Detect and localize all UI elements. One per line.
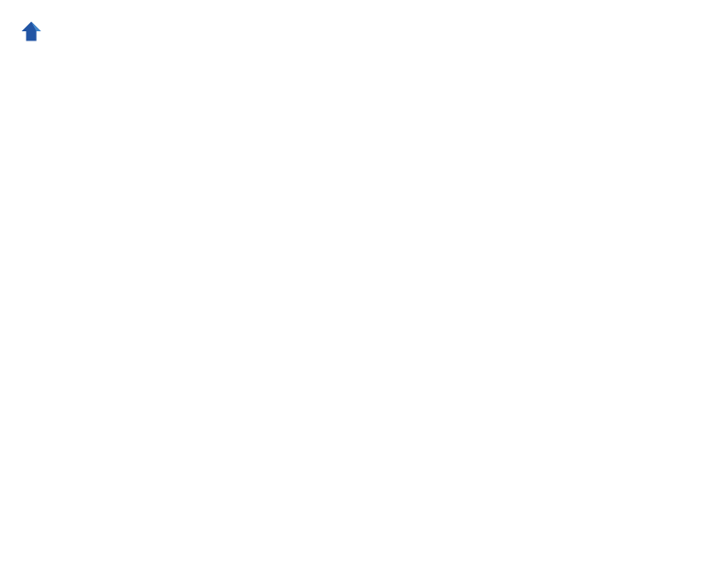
page-header: [18, 18, 710, 44]
logo-icon: [18, 18, 44, 44]
logo: [18, 18, 48, 44]
